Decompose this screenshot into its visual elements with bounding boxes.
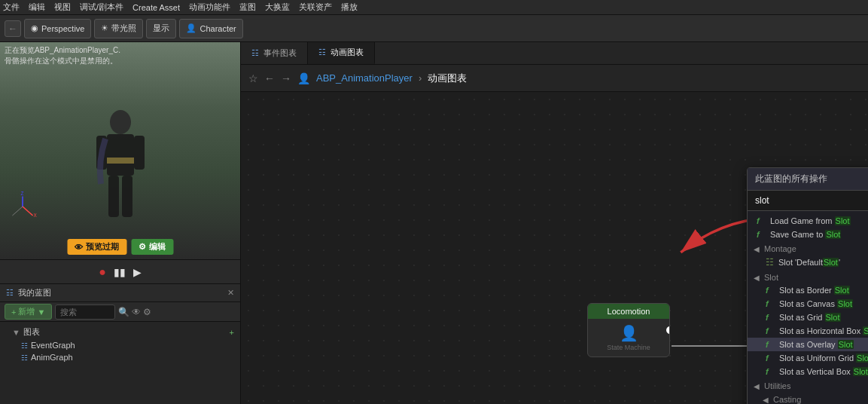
breadcrumb-current: 动画图表: [428, 72, 467, 85]
action-item-overlay-slot[interactable]: f Slot as Overlay Slot: [748, 338, 868, 351]
menu-switch[interactable]: 大换蓝: [265, 2, 290, 13]
breadcrumb-forward[interactable]: →: [281, 72, 291, 84]
graphs-add-icon[interactable]: +: [230, 328, 234, 337]
bp-toolbar: + 新增 ▼ 🔍 👁 ⚙: [0, 302, 240, 322]
toolbar: ← ◉ Perspective ☀ 带光照 显示 👤 Character: [0, 15, 868, 42]
lighting-button[interactable]: ☀ 带光照: [94, 19, 143, 38]
breadcrumb-icon: 👤: [297, 72, 310, 84]
bp-title: 我的蓝图: [18, 287, 223, 298]
viewport-preview: 正在预览ABP_AnimationPlayer_C. 骨骼操作在这个模式中是禁用…: [0, 42, 240, 259]
perspective-button[interactable]: ◉ Perspective: [24, 19, 91, 38]
breadcrumb-star[interactable]: ☆: [248, 72, 258, 84]
func-icon: f: [757, 230, 766, 239]
viewport-overlay: 正在预览ABP_AnimationPlayer_C. 骨骼操作在这个模式中是禁用…: [5, 45, 120, 66]
left-panel: 正在预览ABP_AnimationPlayer_C. 骨骼操作在这个模式中是禁用…: [0, 42, 241, 404]
menu-debug[interactable]: 调试/剧本件: [80, 2, 123, 13]
character-silhouette: [90, 109, 151, 229]
main-content: 正在预览ABP_AnimationPlayer_C. 骨骼操作在这个模式中是禁用…: [0, 42, 868, 404]
func-icon: f: [766, 340, 775, 349]
svg-line-11: [12, 207, 23, 216]
animgraph-icon: ☷: [21, 354, 28, 362]
func-icon: f: [757, 216, 766, 225]
bp-item-animgraph[interactable]: ☷ AnimGraph: [0, 351, 240, 363]
action-category-montage: ◀ Montage: [748, 241, 868, 255]
svg-text:Z: Z: [21, 191, 24, 196]
bp-header: ☷ 我的蓝图 ✕: [0, 284, 240, 302]
character-icon: 👤: [186, 23, 196, 33]
blueprint-panel: ☷ 我的蓝图 ✕ + 新增 ▼ 🔍 👁 ⚙ ▼: [0, 283, 240, 404]
character-button[interactable]: 👤 Character: [179, 19, 242, 38]
action-item-grid-slot[interactable]: f Slot as Grid Slot: [748, 311, 868, 324]
action-search-input[interactable]: [748, 191, 868, 211]
bp-item-eventgraph[interactable]: ☷ EventGraph: [0, 339, 240, 351]
breadcrumb-back[interactable]: ←: [264, 72, 275, 84]
bp-graphs-header: ▼ 图表 +: [0, 325, 240, 339]
locomotion-node[interactable]: Locomotion 👤 State Machine: [587, 303, 670, 357]
record-button[interactable]: ●: [99, 265, 106, 279]
bp-search-input[interactable]: [55, 305, 115, 320]
menu-anim[interactable]: 动画功能件: [189, 2, 230, 13]
action-category-casting: ◀ Casting: [748, 392, 868, 404]
breadcrumb-separator: ›: [419, 72, 422, 84]
canvas-area: ☷ 事件图表 ☷ 动画图表 ☆ ← → 👤 ABP_AnimationPlaye…: [241, 42, 868, 404]
bp-list: ▼ 图表 + ☷ EventGraph ☷ AnimGraph: [0, 322, 240, 404]
svg-rect-3: [134, 136, 145, 170]
preview-button[interactable]: 👁 预览过期: [67, 239, 126, 255]
tab-anim[interactable]: ☷ 动画图表: [308, 42, 375, 64]
menu-file[interactable]: 文件: [3, 2, 20, 13]
edit-icon: ⚙: [139, 242, 146, 252]
node-output-pin[interactable]: [666, 326, 670, 334]
action-item-load-game[interactable]: f Load Game from Slot: [748, 214, 868, 228]
display-button[interactable]: 显示: [146, 19, 176, 38]
bp-search-icons: 🔍 👁 ⚙: [118, 307, 151, 317]
func-icon: f: [766, 354, 775, 363]
bp-grid-icon: ☷: [6, 288, 14, 298]
action-list: f Load Game from Slot f Save Game to Slo…: [748, 211, 868, 404]
svg-rect-6: [107, 158, 134, 164]
action-category-slot: ◀ Slot: [748, 270, 868, 283]
svg-rect-1: [107, 134, 134, 176]
edit-button[interactable]: ⚙ 编辑: [131, 239, 173, 255]
action-category-utilities: ◀ Utilities: [748, 378, 868, 392]
action-item-vbox-slot[interactable]: f Slot as Vertical Box Slot: [748, 365, 868, 378]
bp-add-button[interactable]: + 新增 ▼: [5, 304, 52, 320]
func-icon: f: [766, 367, 775, 376]
action-item-save-game[interactable]: f Save Game to Slot: [748, 228, 868, 241]
tab-events[interactable]: ☷ 事件图表: [241, 42, 308, 64]
action-menu-header: 此蓝图的所有操作 ✓ 情境关联 ›: [748, 168, 868, 191]
menu-related[interactable]: 关联资产: [299, 2, 332, 13]
canvas-breadcrumb: ☆ ← → 👤 ABP_AnimationPlayer › 动画图表: [241, 65, 868, 92]
svg-rect-5: [122, 176, 132, 217]
playback-controls: ● ▮▮ ▶: [0, 259, 240, 283]
node-person-icon: 👤: [620, 324, 638, 342]
action-item-hbox-slot[interactable]: f Slot as Horizontal Box Slot: [748, 324, 868, 338]
preview-icon: 👁: [75, 243, 83, 252]
pause-button[interactable]: ▮▮: [114, 266, 126, 278]
func-icon: f: [766, 313, 775, 322]
menu-edit[interactable]: 编辑: [29, 2, 45, 13]
node-header: Locomotion: [588, 304, 669, 319]
forward-button[interactable]: ▶: [133, 266, 142, 278]
eventgraph-icon: ☷: [21, 341, 28, 350]
bp-close-button[interactable]: ✕: [227, 288, 234, 298]
node-body: 👤 State Machine: [588, 319, 669, 357]
action-menu-title: 此蓝图的所有操作: [755, 173, 827, 185]
node-grid-icon: ☷: [766, 257, 774, 268]
axis-indicator: Z X: [8, 191, 38, 222]
action-item-border-slot[interactable]: f Slot as Border Slot: [748, 283, 868, 297]
menu-bar: 文件 编辑 视图 调试/剧本件 Create Asset 动画功能件 蓝图 大换…: [0, 0, 868, 15]
func-icon: f: [766, 286, 775, 295]
light-icon: ☀: [101, 23, 108, 33]
action-item-default-slot[interactable]: ☷ Slot 'DefaultSlot': [748, 255, 868, 270]
viewport-buttons: 👁 预览过期 ⚙ 编辑: [67, 239, 173, 255]
action-item-ugrid-slot[interactable]: f Slot as Uniform Grid Slot: [748, 351, 868, 365]
menu-play[interactable]: 播放: [341, 2, 358, 13]
canvas-graph[interactable]: Locomotion 👤 State Machine Final Anim Re…: [241, 92, 868, 404]
breadcrumb-title[interactable]: ABP_AnimationPlayer: [316, 72, 413, 84]
action-item-canvas-slot[interactable]: f Slot as Canvas Slot: [748, 297, 868, 311]
menu-create-asset[interactable]: Create Asset: [132, 3, 180, 12]
menu-view[interactable]: 视图: [54, 2, 71, 13]
back-button[interactable]: ←: [5, 20, 21, 37]
menu-blueprint[interactable]: 蓝图: [239, 2, 256, 13]
settings-icon: ⚙: [143, 307, 151, 317]
